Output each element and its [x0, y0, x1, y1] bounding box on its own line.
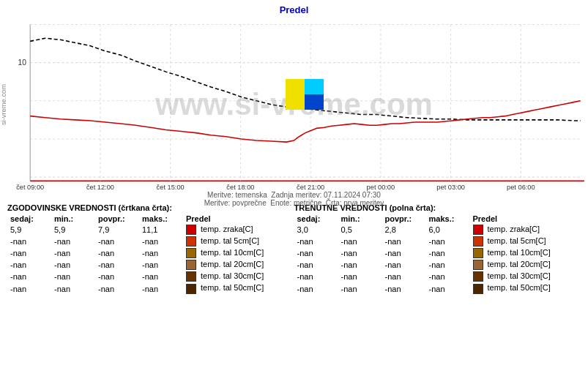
table-row: -nan -nan -nan -nan temp. tal 10cm[C]	[294, 247, 581, 259]
chart-section: Predel www.si-vreme.com si-vreme.com	[0, 0, 588, 198]
cell-maks: -nan	[139, 247, 183, 259]
cell-min: -nan	[51, 271, 95, 282]
color-indicator	[186, 271, 196, 282]
cell-min: -nan	[338, 259, 382, 271]
color-indicator	[473, 236, 483, 247]
measure-label: temp. tal 5cm[C]	[488, 236, 546, 245]
main-container: Predel www.si-vreme.com si-vreme.com	[0, 0, 588, 376]
measure-label: temp. tal 20cm[C]	[201, 260, 264, 268]
cell-sedaj: -nan	[7, 259, 51, 271]
cell-maks: -nan	[139, 271, 183, 282]
cell-povpr: -nan	[95, 271, 139, 282]
cell-min: -nan	[338, 282, 382, 294]
cell-label: temp. zraka[C]	[470, 224, 581, 236]
cell-povpr: -nan	[382, 282, 426, 294]
table-row: -nan -nan -nan -nan temp. tal 30cm[C]	[7, 271, 294, 282]
svg-rect-0	[286, 79, 305, 110]
cell-povpr: -nan	[382, 236, 426, 247]
cell-label: temp. tal 5cm[C]	[183, 236, 294, 247]
svg-text:čet 09:00: čet 09:00	[16, 184, 44, 191]
measure-label: temp. tal 50cm[C]	[488, 283, 551, 292]
cell-maks: -nan	[426, 259, 470, 271]
svg-text:čet 18:00: čet 18:00	[226, 184, 254, 191]
table-row: -nan -nan -nan -nan temp. tal 20cm[C]	[7, 259, 294, 271]
color-indicator	[473, 248, 483, 258]
cell-sedaj: -nan	[294, 247, 338, 259]
cell-maks: -nan	[139, 236, 183, 247]
svg-text:čet 21:00: čet 21:00	[297, 184, 324, 191]
th-maks-t: maks.:	[426, 214, 470, 224]
table-row: -nan -nan -nan -nan temp. tal 50cm[C]	[294, 282, 581, 294]
cell-povpr: -nan	[382, 259, 426, 271]
cell-povpr: -nan	[382, 271, 426, 282]
cell-label: temp. tal 30cm[C]	[470, 271, 581, 282]
cell-min: -nan	[338, 271, 382, 282]
th-predel-z: Predel	[183, 214, 294, 224]
cell-maks: -nan	[426, 271, 470, 282]
svg-rect-2	[305, 94, 324, 110]
cell-sedaj: -nan	[294, 236, 338, 247]
logo-box	[286, 79, 324, 110]
svg-text:pet 03:00: pet 03:00	[436, 184, 465, 191]
color-indicator	[473, 284, 483, 294]
cell-min: -nan	[51, 282, 95, 294]
cell-povpr: 2,8	[382, 224, 426, 236]
color-indicator	[186, 248, 196, 258]
th-predel-t: Predel	[470, 214, 581, 224]
table-row: 5,9 5,9 7,9 11,1 temp. zraka[C]	[7, 224, 294, 236]
cell-label: temp. tal 20cm[C]	[470, 259, 581, 271]
cell-label: temp. tal 10cm[C]	[470, 247, 581, 259]
measure-label: temp. tal 5cm[C]	[201, 236, 259, 245]
cell-maks: -nan	[139, 259, 183, 271]
trenutne-section: TRENUTNE VREDNOSTI (polna črta): sedaj: …	[294, 200, 581, 295]
cell-min: 5,9	[51, 224, 95, 236]
cell-maks: 6,0	[426, 224, 470, 236]
measure-label: temp. tal 50cm[C]	[201, 283, 264, 292]
chart-meta-line2: Meritve: povprečne Enote: metrične Črta:…	[0, 199, 588, 207]
cell-label: temp. tal 5cm[C]	[470, 236, 581, 247]
cell-sedaj: 3,0	[294, 224, 338, 236]
table-row: -nan -nan -nan -nan temp. tal 10cm[C]	[7, 247, 294, 259]
cell-maks: -nan	[139, 282, 183, 294]
color-indicator	[473, 260, 483, 270]
measure-label: temp. zraka[C]	[488, 225, 540, 233]
cell-min: 0,5	[338, 224, 382, 236]
measure-label: temp. tal 30cm[C]	[201, 271, 264, 280]
cell-min: -nan	[51, 236, 95, 247]
cell-label: temp. tal 10cm[C]	[183, 247, 294, 259]
table-row: -nan -nan -nan -nan temp. tal 50cm[C]	[7, 282, 294, 294]
table-row: -nan -nan -nan -nan temp. tal 20cm[C]	[294, 259, 581, 271]
th-maks-z: maks.:	[139, 214, 183, 224]
cell-povpr: -nan	[95, 282, 139, 294]
svg-text:10: 10	[18, 59, 27, 67]
cell-maks: -nan	[426, 236, 470, 247]
th-min-t: min.:	[338, 214, 382, 224]
color-indicator	[186, 260, 196, 270]
cell-min: -nan	[51, 259, 95, 271]
cell-sedaj: -nan	[7, 271, 51, 282]
zgodovinske-header-row: sedaj: min.: povpr.: maks.: Predel	[7, 214, 294, 224]
color-indicator	[186, 236, 196, 247]
cell-label: temp. tal 50cm[C]	[470, 282, 581, 294]
measure-label: temp. zraka[C]	[201, 225, 253, 233]
measure-label: temp. tal 10cm[C]	[488, 248, 551, 257]
cell-povpr: -nan	[382, 247, 426, 259]
cell-povpr: -nan	[95, 247, 139, 259]
chart-meta: Meritve: temenska Zadnja meritev: 07.11.…	[0, 191, 588, 207]
cell-sedaj: -nan	[7, 247, 51, 259]
cell-sedaj: -nan	[294, 259, 338, 271]
th-povpr-z: povpr.:	[95, 214, 139, 224]
measure-label: temp. tal 30cm[C]	[488, 271, 551, 280]
svg-text:čet 15:00: čet 15:00	[157, 184, 185, 191]
cell-povpr: 7,9	[95, 224, 139, 236]
cell-min: -nan	[51, 247, 95, 259]
th-sedaj-z: sedaj:	[7, 214, 51, 224]
svg-text:si-vreme.com: si-vreme.com	[0, 84, 7, 125]
measure-label: temp. tal 10cm[C]	[201, 248, 264, 257]
cell-maks: -nan	[426, 247, 470, 259]
chart-area: www.si-vreme.com si-vreme.com	[0, 17, 588, 192]
table-row: -nan -nan -nan -nan temp. tal 5cm[C]	[7, 236, 294, 247]
th-min-z: min.:	[51, 214, 95, 224]
trenutne-header-row: sedaj: min.: povpr.: maks.: Predel	[294, 214, 581, 224]
cell-label: temp. zraka[C]	[183, 224, 294, 236]
